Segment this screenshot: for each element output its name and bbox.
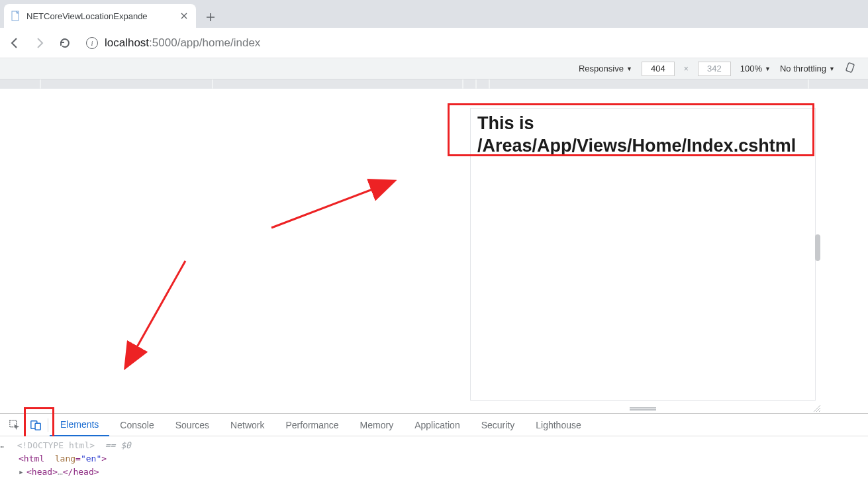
url-text: localhost:5000/app/home/index bbox=[105, 36, 260, 50]
devtools-tab-network[interactable]: Network bbox=[220, 414, 275, 436]
device-toolbar: Responsive▼ × 100%▼ No throttling▼ bbox=[0, 58, 868, 79]
reload-button[interactable] bbox=[57, 35, 73, 51]
throttling-select[interactable]: No throttling▼ bbox=[780, 64, 835, 73]
new-tab-button[interactable] bbox=[200, 7, 221, 28]
devtools-tab-sources[interactable]: Sources bbox=[165, 414, 220, 436]
devtools-tab-memory[interactable]: Memory bbox=[350, 414, 405, 436]
dom-node-html[interactable]: <html lang="en"> bbox=[7, 452, 861, 465]
devtools-tab-console[interactable]: Console bbox=[109, 414, 164, 436]
viewport-stage: This is /Areas/App/Views/Home/Index.csht… bbox=[0, 89, 868, 413]
dom-node-doctype[interactable]: <!DOCTYPE html> == $0 bbox=[7, 439, 861, 452]
inspect-element-icon[interactable] bbox=[4, 414, 25, 436]
close-tab-icon[interactable] bbox=[179, 11, 189, 21]
device-mode-select[interactable]: Responsive▼ bbox=[579, 64, 632, 73]
annotation-rectangle bbox=[24, 407, 54, 440]
forward-button[interactable] bbox=[32, 35, 48, 51]
site-info-icon[interactable]: i bbox=[86, 37, 98, 49]
back-button[interactable] bbox=[7, 35, 23, 51]
devtools-tab-lighthouse[interactable]: Lighthouse bbox=[525, 414, 592, 436]
overflow-dots-icon: ⋯ bbox=[0, 440, 5, 454]
chevron-down-icon: ▼ bbox=[765, 66, 771, 72]
rotate-icon[interactable] bbox=[844, 62, 856, 75]
svg-rect-1 bbox=[846, 63, 855, 73]
devtools-tab-security[interactable]: Security bbox=[471, 414, 526, 436]
viewport-ruler bbox=[0, 79, 868, 89]
viewport-height-input[interactable] bbox=[698, 62, 731, 76]
page-favicon-icon bbox=[11, 11, 21, 21]
resize-handle-bottom[interactable] bbox=[471, 405, 815, 411]
devtools-tabs: Elements Console Sources Network Perform… bbox=[0, 414, 868, 436]
annotation-rectangle bbox=[448, 103, 814, 156]
browser-tab[interactable]: NETCoreViewLocationExpande bbox=[4, 4, 196, 28]
browser-tabstrip: NETCoreViewLocationExpande bbox=[0, 0, 868, 28]
scrollbar-thumb[interactable] bbox=[815, 234, 820, 261]
browser-tab-title: NETCoreViewLocationExpande bbox=[26, 11, 173, 21]
devtools-tab-elements[interactable]: Elements bbox=[50, 414, 109, 436]
annotation-arrows bbox=[0, 89, 463, 420]
svg-line-2 bbox=[271, 181, 393, 228]
dimension-separator: × bbox=[684, 64, 689, 73]
resize-handle-corner[interactable] bbox=[812, 404, 820, 412]
zoom-select[interactable]: 100%▼ bbox=[740, 64, 771, 73]
viewport-width-input[interactable] bbox=[642, 62, 675, 76]
chevron-down-icon: ▼ bbox=[829, 66, 835, 72]
devtools-panel: Elements Console Sources Network Perform… bbox=[0, 413, 868, 485]
dom-tree[interactable]: ⋯ <!DOCTYPE html> == $0 <html lang="en">… bbox=[0, 436, 868, 485]
address-bar[interactable]: i localhost:5000/app/home/index bbox=[82, 36, 861, 50]
dom-node-head[interactable]: ▸<head>…</head> bbox=[7, 465, 861, 479]
devtools-tab-performance[interactable]: Performance bbox=[275, 414, 349, 436]
svg-line-3 bbox=[126, 261, 185, 367]
devtools-tab-application[interactable]: Application bbox=[404, 414, 471, 436]
browser-toolbar: i localhost:5000/app/home/index bbox=[0, 28, 868, 58]
chevron-down-icon: ▼ bbox=[626, 66, 632, 72]
